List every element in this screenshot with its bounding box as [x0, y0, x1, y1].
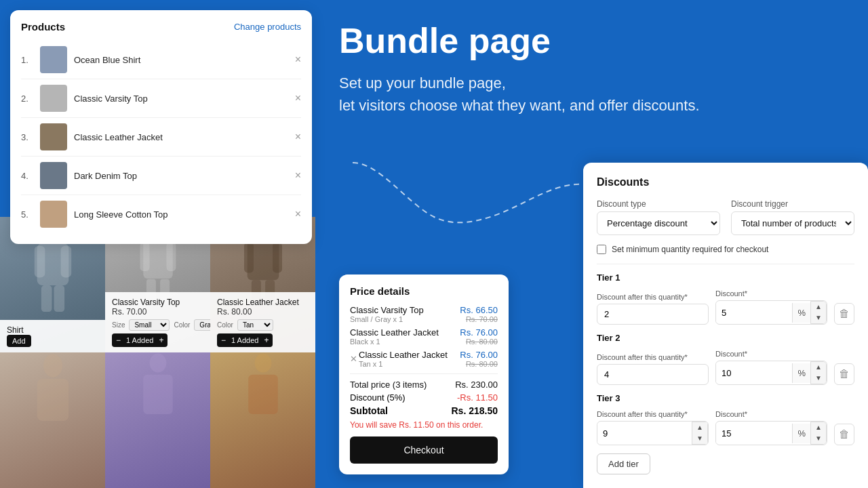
tier-1-qty-input[interactable]: [597, 304, 709, 325]
price-details-title: Price details: [350, 285, 498, 297]
min-qty-label: Set minimum quantity required for checko…: [612, 245, 768, 254]
tier-2-stepper-down[interactable]: ▼: [811, 373, 826, 384]
tier-2-row: Discount after this quantity* Discount* …: [597, 350, 854, 385]
product-price-2: Rs. 70.00: [112, 307, 203, 317]
product-remove-5[interactable]: ×: [295, 209, 301, 220]
tier-3-discount-suffix: %: [792, 424, 812, 443]
qty-minus-2[interactable]: −: [112, 333, 125, 347]
tier-1-stepper-up[interactable]: ▲: [811, 302, 826, 312]
discount-type-select[interactable]: Percentage discount Fixed discount: [597, 211, 720, 235]
checkout-button[interactable]: Checkout: [350, 436, 498, 464]
subtotal-label: Subtotal: [350, 405, 388, 416]
tier-1-discount-input-wrapper: % ▲ ▼: [715, 300, 827, 325]
tier-2-stepper-up[interactable]: ▲: [811, 362, 826, 373]
tier-2-title: Tier 2: [597, 333, 854, 343]
save-text: You will save Rs. 11.50 on this order.: [350, 420, 498, 430]
discount-label: Discount (5%): [350, 392, 406, 403]
tier-2-stepper: ▲ ▼: [810, 361, 827, 384]
tier-2-discount-input-wrapper: % ▲ ▼: [715, 361, 827, 385]
svg-rect-3: [60, 246, 71, 278]
tier-2-discount-suffix: %: [792, 363, 812, 383]
tier-3: Tier 3 Discount after this quantity* ▲ ▼…: [597, 393, 854, 445]
tier-2-qty-input[interactable]: [597, 364, 709, 385]
tier-2-discount-input[interactable]: [716, 363, 792, 383]
add-tier-button[interactable]: Add tier: [597, 453, 650, 474]
qty-plus-3[interactable]: +: [260, 333, 273, 347]
discount-value: -Rs. 11.50: [457, 392, 498, 403]
remove-item-button-3[interactable]: ✕: [350, 354, 357, 364]
hero-subtitle: Set up your bundle page, let visitors ch…: [339, 72, 800, 117]
discount-row: Discount (5%) -Rs. 11.50: [350, 392, 498, 403]
tier-3-discount-input[interactable]: [716, 424, 792, 443]
svg-rect-11: [166, 242, 176, 271]
tier-1: Tier 1 Discount after this quantity* Dis…: [597, 272, 854, 325]
price-item-original-1: Rs. 70.00: [460, 315, 498, 323]
add-button-1[interactable]: Add: [7, 335, 31, 347]
product-image-5: [105, 352, 210, 488]
price-item-current-2: Rs. 76.00: [460, 327, 498, 338]
product-item-name-5: Long Sleeve Cotton Top: [74, 209, 288, 220]
price-item-current-3: Rs. 76.00: [460, 350, 498, 360]
change-products-button[interactable]: Change products: [234, 22, 301, 32]
svg-rect-19: [273, 242, 282, 272]
tier-3-qty-stepper-up[interactable]: ▲: [692, 422, 707, 433]
price-item-current-1: Rs. 66.50: [460, 305, 498, 315]
tier-3-stepper-up[interactable]: ▲: [811, 422, 826, 433]
size-select-2[interactable]: SmallMediumLarge: [129, 319, 170, 331]
product-num-2: 2.: [21, 94, 33, 104]
svg-rect-4: [41, 285, 52, 312]
price-line-1: Classic Varsity Top Small / Gray x 1 Rs.…: [350, 305, 498, 323]
tier-2: Tier 2 Discount after this quantity* Dis…: [597, 333, 854, 385]
product-name-3: Classic Leather Jacket: [217, 298, 309, 307]
total-value: Rs. 230.00: [455, 380, 498, 390]
tier-1-stepper-down[interactable]: ▼: [811, 312, 826, 323]
product-name-2: Classic Varsity Top: [112, 298, 203, 307]
product-remove-3[interactable]: ×: [295, 131, 301, 142]
svg-rect-7: [37, 379, 68, 421]
svg-rect-18: [244, 242, 254, 272]
color-select-3[interactable]: TanBlack: [237, 319, 273, 331]
price-item-original-2: Rs. 80.00: [460, 338, 498, 346]
product-image-4: [0, 352, 105, 488]
tier-2-delete-button[interactable]: 🗑: [834, 363, 854, 385]
price-line-3: ✕ Classic Leather Jacket Tan x 1 Rs. 76.…: [350, 350, 498, 368]
svg-rect-23: [248, 375, 278, 414]
product-remove-1[interactable]: ×: [295, 54, 301, 65]
product-image-6: [210, 352, 315, 488]
tier-3-delete-button[interactable]: 🗑: [834, 424, 854, 445]
qty-minus-3[interactable]: −: [217, 333, 230, 347]
tier-1-discount-input[interactable]: [716, 303, 792, 323]
subtotal-row: Subtotal Rs. 218.50: [350, 405, 498, 416]
svg-rect-10: [140, 242, 149, 271]
tier-3-stepper-down[interactable]: ▼: [811, 433, 826, 444]
price-item-variant-2: Black x 1: [350, 338, 439, 346]
min-qty-checkbox[interactable]: [597, 245, 606, 254]
tier-1-stepper: ▲ ▼: [810, 301, 827, 324]
svg-point-6: [43, 354, 62, 377]
discount-trigger-select[interactable]: Total number of products Per product: [731, 211, 854, 235]
svg-point-14: [149, 354, 166, 373]
tier-3-discount-input-wrapper: % ▲ ▼: [715, 421, 827, 445]
tier-3-qty-input[interactable]: [597, 424, 692, 443]
product-list-item-1: 1. Ocean Blue Shirt ×: [21, 41, 301, 79]
product-overlay-3: Classic Leather Jacket Rs. 80.00 Color T…: [210, 292, 315, 352]
product-overlay-2: Classic Varsity Top Rs. 70.00 Size Small…: [105, 292, 210, 352]
discounts-title: Discounts: [597, 176, 854, 188]
tier-1-delete-button[interactable]: 🗑: [834, 303, 854, 325]
tier-3-qty-stepper-down[interactable]: ▼: [692, 433, 707, 444]
product-thumb-5: [40, 201, 67, 228]
product-thumb-1: [40, 46, 67, 73]
product-remove-2[interactable]: ×: [295, 93, 301, 104]
qty-control-3: − 1 Added +: [217, 333, 273, 347]
price-item-name-2: Classic Leather Jacket: [350, 327, 439, 338]
product-remove-4[interactable]: ×: [295, 170, 301, 181]
tier-3-stepper: ▲ ▼: [810, 422, 827, 445]
tier-3-discount-label: Discount*: [715, 410, 827, 418]
product-item-name-4: Dark Denim Top: [74, 171, 288, 181]
svg-rect-15: [143, 375, 173, 414]
tier-1-title: Tier 1: [597, 272, 854, 283]
tier-3-qty-input-wrapper: ▲ ▼: [597, 421, 709, 445]
total-row: Total price (3 items) Rs. 230.00: [350, 380, 498, 390]
tier-3-title: Tier 3: [597, 393, 854, 403]
qty-plus-2[interactable]: +: [155, 333, 167, 347]
